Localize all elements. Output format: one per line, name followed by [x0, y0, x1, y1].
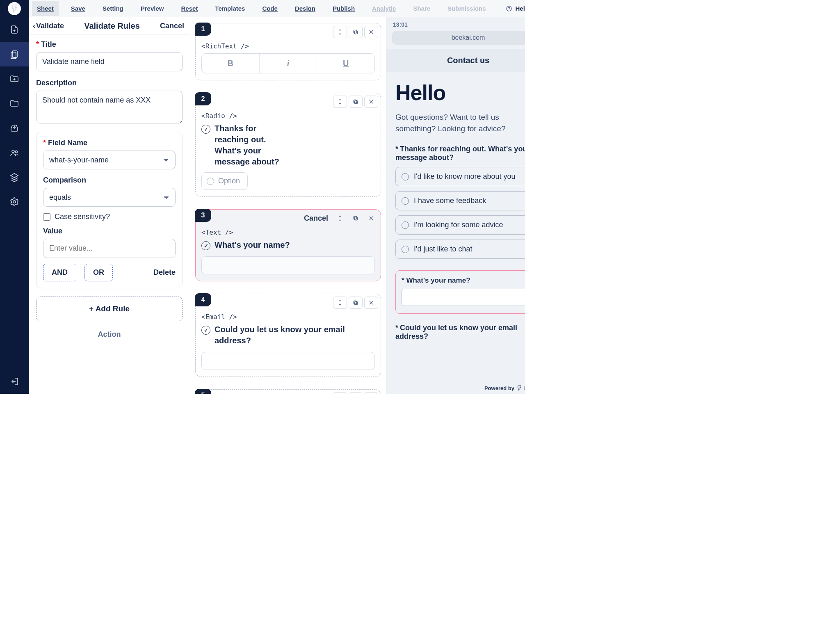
rule-group: Field Name what-s-your-name Comparison e… — [36, 132, 183, 288]
copy-icon[interactable] — [349, 392, 363, 394]
case-sensitivity-input[interactable] — [43, 213, 50, 221]
menu-code[interactable]: Code — [257, 1, 283, 16]
move-icon[interactable] — [333, 212, 347, 224]
block-number: 1 — [195, 23, 211, 36]
description-input[interactable]: Should not contain name as XXX — [36, 91, 183, 123]
email-input-placeholder[interactable] — [201, 352, 375, 370]
rail-settings[interactable] — [0, 189, 29, 214]
panel-cancel[interactable]: Cancel — [160, 22, 184, 30]
block-email[interactable]: 4 <Email /> Could you let us know your e… — [195, 294, 381, 377]
block-question: What's your name? — [215, 240, 290, 251]
move-icon[interactable] — [333, 26, 347, 38]
rail-clipboard[interactable] — [0, 42, 29, 66]
preview-option[interactable]: I'd just like to chat — [395, 240, 525, 259]
rail-new-folder[interactable] — [0, 66, 29, 91]
radio-option[interactable]: Option — [201, 172, 248, 190]
svg-point-6 — [509, 9, 509, 10]
radio-icon — [402, 246, 409, 253]
bold-button[interactable]: B — [202, 54, 260, 73]
delete-rule-button[interactable]: Delete — [153, 268, 176, 277]
underline-button[interactable]: U — [317, 54, 374, 73]
rail-logout[interactable] — [0, 369, 29, 394]
brand-icon — [516, 385, 523, 391]
or-button[interactable]: OR — [84, 264, 113, 281]
side-rail — [0, 0, 29, 394]
menu-save[interactable]: Save — [66, 1, 90, 16]
validate-panel: ‹ Validate Validate Rules Cancel Title D… — [29, 17, 190, 394]
block-stub[interactable]: 5 — [195, 389, 381, 394]
radio-icon — [402, 197, 409, 205]
menu-help[interactable]: Help — [506, 5, 525, 12]
copy-icon[interactable] — [349, 212, 363, 224]
copy-icon[interactable] — [349, 297, 363, 309]
required-check-icon — [201, 125, 210, 134]
menu-templates[interactable]: Templates — [210, 1, 250, 16]
preview-pane: 13:01 beekai.com Contact us Hello Got qu… — [386, 17, 525, 394]
preview-name-field: * What's your name? — [395, 270, 525, 314]
move-icon[interactable] — [333, 297, 347, 309]
preview-option[interactable]: I have some feedback — [395, 191, 525, 210]
preview-question-1: *Thanks for reaching out. What's your me… — [395, 145, 525, 162]
builder-canvas: 1 <RichText /> B i U 2 — [190, 17, 386, 394]
block-richtext[interactable]: 1 <RichText /> B i U — [195, 23, 381, 80]
svg-rect-7 — [354, 31, 357, 34]
block-number: 5 — [195, 389, 211, 394]
block-tag: <Email /> — [201, 313, 375, 321]
svg-rect-14 — [354, 301, 356, 304]
svg-rect-13 — [354, 301, 357, 304]
title-input[interactable] — [36, 52, 183, 71]
menu-share: Share — [408, 1, 435, 16]
help-icon — [506, 5, 512, 12]
block-cancel[interactable]: Cancel — [304, 214, 328, 223]
menu-setting[interactable]: Setting — [98, 1, 128, 16]
block-number: 4 — [195, 293, 211, 306]
status-clock: 13:01 — [393, 21, 408, 28]
block-tag: <RichText /> — [201, 42, 375, 50]
menu-submissions: Submissions — [443, 1, 491, 16]
move-icon[interactable] — [333, 392, 347, 394]
preview-option[interactable]: I'm looking for some advice — [395, 215, 525, 235]
and-button[interactable]: AND — [43, 264, 76, 281]
menu-reset[interactable]: Reset — [176, 1, 203, 16]
radio-icon — [402, 173, 409, 180]
back-to-validate[interactable]: ‹ Validate — [33, 22, 64, 30]
rail-new-file[interactable] — [0, 17, 29, 42]
svg-rect-11 — [354, 217, 357, 220]
value-label: Value — [43, 227, 176, 235]
copy-icon[interactable] — [349, 96, 363, 108]
add-rule-button[interactable]: + Add Rule — [36, 297, 183, 321]
rail-layers[interactable] — [0, 165, 29, 189]
close-icon[interactable] — [364, 392, 378, 394]
block-question: Could you let us know your email address… — [215, 324, 375, 346]
svg-rect-9 — [354, 100, 357, 103]
block-number: 2 — [195, 92, 211, 105]
move-icon[interactable] — [333, 96, 347, 108]
menu-analytic: Analytic — [367, 1, 401, 16]
preview-url-bar[interactable]: beekai.com — [392, 31, 525, 45]
radio-icon — [207, 178, 214, 185]
close-icon[interactable] — [364, 96, 378, 108]
menu-preview[interactable]: Preview — [136, 1, 169, 16]
preview-option[interactable]: I'd like to know more about you — [395, 167, 525, 186]
value-input[interactable] — [43, 239, 176, 258]
menu-design[interactable]: Design — [290, 1, 320, 16]
block-text[interactable]: 3 Cancel <Text /> What's your name? — [195, 209, 381, 281]
copy-icon[interactable] — [349, 26, 363, 38]
menu-sheet[interactable]: Sheet — [32, 1, 59, 16]
block-tag: <Text /> — [201, 228, 375, 236]
close-icon[interactable] — [364, 212, 378, 224]
comparison-select[interactable]: equals — [43, 188, 176, 207]
rail-users[interactable] — [0, 140, 29, 165]
rail-folder[interactable] — [0, 91, 29, 116]
radio-icon — [402, 221, 409, 229]
case-sensitivity-checkbox[interactable]: Case sensitivity? — [43, 212, 176, 221]
text-input-placeholder[interactable] — [201, 256, 375, 274]
block-radio[interactable]: 2 <Radio /> Thanks for reaching out. Wha… — [195, 93, 381, 197]
close-icon[interactable] — [364, 26, 378, 38]
preview-name-input[interactable] — [402, 289, 525, 306]
close-icon[interactable] — [364, 297, 378, 309]
field-name-select[interactable]: what-s-your-name — [43, 151, 176, 169]
menu-publish[interactable]: Publish — [328, 1, 360, 16]
rail-inbox[interactable] — [0, 116, 29, 140]
italic-button[interactable]: i — [260, 54, 317, 73]
